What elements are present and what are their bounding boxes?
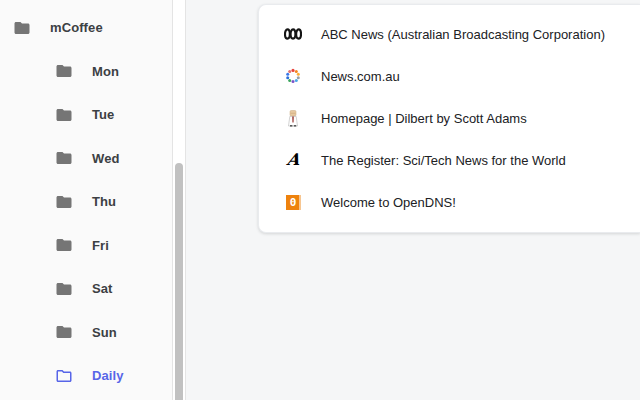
- folder-label: mCoffee: [50, 20, 103, 35]
- folder-label: Mon: [92, 64, 119, 79]
- sidebar-folder-sat[interactable]: Sat: [0, 267, 172, 311]
- folder-label: Fri: [92, 238, 109, 253]
- folder-icon: [55, 236, 73, 254]
- dilbert-icon: [284, 109, 302, 127]
- sidebar-folder-mon[interactable]: Mon: [0, 50, 172, 94]
- folder-label: Tue: [92, 107, 114, 122]
- bookmarks-panel: ABC News (Australian Broadcasting Corpor…: [258, 4, 640, 233]
- sidebar-folder-tue[interactable]: Tue: [0, 93, 172, 137]
- folder-label: Wed: [92, 151, 120, 166]
- folder-icon: [55, 280, 73, 298]
- folder-label: Sat: [92, 281, 113, 296]
- sidebar-folder-fri[interactable]: Fri: [0, 224, 172, 268]
- day-folder-list: Mon Tue Wed Thu Fri Sat Sun: [0, 50, 172, 355]
- sidebar-folder-wed[interactable]: Wed: [0, 137, 172, 181]
- bookmark-manager-window: mCoffee Mon Tue Wed Thu Fri Sat Sun Dail…: [0, 0, 640, 400]
- bookmark-row[interactable]: Homepage | Dilbert by Scott Adams: [259, 97, 640, 139]
- bookmark-row[interactable]: ABC News (Australian Broadcasting Corpor…: [259, 13, 640, 55]
- sidebar-folder-daily[interactable]: Daily: [0, 354, 172, 398]
- sidebar-scrollbar[interactable]: [172, 0, 186, 400]
- scrollbar-thumb[interactable]: [175, 163, 183, 400]
- sidebar-folder-mcoffee[interactable]: mCoffee: [0, 6, 172, 50]
- folder-label: Daily: [92, 368, 124, 383]
- folder-icon: [55, 62, 73, 80]
- bookmark-title: News.com.au: [321, 69, 400, 84]
- folder-icon: [13, 19, 31, 37]
- folder-open-outline-icon: [55, 367, 73, 385]
- folder-label: Sun: [92, 325, 117, 340]
- folder-label: Thu: [92, 194, 116, 209]
- bookmark-row[interactable]: A The Register: Sci/Tech News for the Wo…: [259, 139, 640, 181]
- folder-tree-sidebar: mCoffee Mon Tue Wed Thu Fri Sat Sun Dail…: [0, 0, 172, 400]
- opendns-icon: 0: [284, 193, 302, 211]
- abc-news-icon: [284, 25, 302, 43]
- folder-icon: [55, 149, 73, 167]
- folder-icon: [55, 106, 73, 124]
- bookmark-title: The Register: Sci/Tech News for the Worl…: [321, 153, 566, 168]
- sidebar-folder-sun[interactable]: Sun: [0, 311, 172, 355]
- sidebar-folder-thu[interactable]: Thu: [0, 180, 172, 224]
- bookmark-title: Homepage | Dilbert by Scott Adams: [321, 111, 527, 126]
- folder-icon: [55, 323, 73, 341]
- bookmark-title: ABC News (Australian Broadcasting Corpor…: [321, 27, 605, 42]
- bookmark-row[interactable]: News.com.au: [259, 55, 640, 97]
- bookmark-list: ABC News (Australian Broadcasting Corpor…: [259, 13, 640, 223]
- bookmark-row[interactable]: 0 Welcome to OpenDNS!: [259, 181, 640, 223]
- news-com-au-icon: [284, 67, 302, 85]
- bookmark-title: Welcome to OpenDNS!: [321, 195, 456, 210]
- the-register-icon: A: [284, 151, 302, 169]
- folder-icon: [55, 193, 73, 211]
